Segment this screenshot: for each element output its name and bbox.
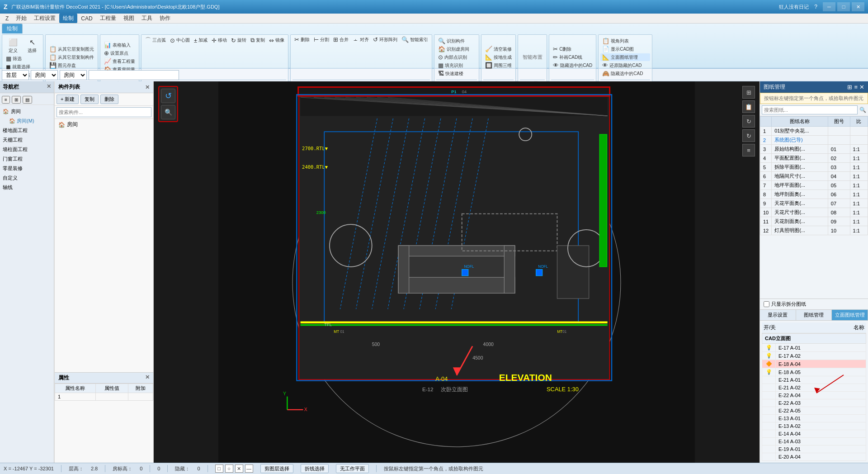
elevation-row[interactable]: E-19 A-01 (762, 446, 866, 453)
elevation-row[interactable]: E-21 A-01 (762, 376, 866, 384)
drawing-row[interactable]: 101别墅中央花... (760, 127, 868, 136)
menu-tools[interactable]: 工具 (138, 14, 156, 23)
tab-display-settings[interactable]: 显示设置 (760, 310, 796, 320)
btn-c-delete[interactable]: ✂C删除 (551, 45, 594, 53)
floor-selector[interactable]: 首层 (2, 70, 29, 80)
canvas-area[interactable]: ↺ 🔍 ⊞ 📋 ↻ ↻ ≡ (154, 81, 760, 463)
btn-align[interactable]: ⫠对齐 (351, 36, 371, 43)
btn-hide-in-cad[interactable]: 🙈隐藏选中的CAD (600, 70, 650, 77)
elevation-row[interactable]: E-20 A-04 (762, 453, 866, 461)
btn-smart-index[interactable]: 🔍智能索引 (400, 36, 430, 43)
btn-select[interactable]: ↖ 选择 (23, 36, 41, 55)
btn-view-qty[interactable]: 📈查看工程量 (102, 57, 137, 65)
status-rect-btn[interactable]: □ (215, 465, 223, 473)
btn-just-select[interactable]: ◼就最选择 (4, 63, 41, 71)
drawing-row[interactable]: 4平面配置图(...021:1 (760, 154, 868, 163)
btn-table-input[interactable]: 📊表格输入 (102, 41, 137, 49)
menu-draw[interactable]: 绘制 (59, 14, 77, 23)
canvas-tool-4[interactable]: ↻ (742, 129, 755, 142)
nav-item-ceiling[interactable]: 天棚工程 (0, 135, 54, 145)
btn-3d-surround[interactable]: 🔲周围三维 (483, 62, 514, 69)
btn-gen-by-floor[interactable]: 📐按地生成 (483, 53, 514, 61)
menu-zh[interactable]: Z (2, 14, 12, 23)
btn-define[interactable]: ⬜ 定义 (4, 36, 22, 55)
comp-new-btn[interactable]: + 新建 (57, 95, 79, 104)
comp-item-room[interactable]: 🏠 房间 (55, 119, 153, 130)
nav-subitem-room-m[interactable]: 🏠 房间(M) (0, 116, 54, 126)
elevation-row[interactable]: 💡 E-17 A-02 (762, 352, 866, 360)
btn-center-circle[interactable]: ⊙中心圆 (168, 36, 192, 45)
snap-layer-btn[interactable]: 剪图层选择 (260, 464, 293, 473)
status-circle-btn[interactable]: ○ (225, 465, 233, 473)
canvas-tool-3[interactable]: ↻ (742, 115, 755, 128)
btn-quick-build[interactable]: 🏗快速建楼 (436, 70, 477, 77)
drawing-row[interactable]: 7地坪平面图(...051:1 (760, 181, 868, 190)
nav-item-custom[interactable]: 自定义 (0, 173, 54, 183)
nav-item-wall[interactable]: 墙柱面工程 (0, 145, 54, 154)
btn-delete[interactable]: ✂删除 (292, 36, 311, 43)
btn-copy-component[interactable]: 📋从其它层复制构件 (47, 53, 96, 61)
btn-view-angle-list[interactable]: 📋视角列表 (600, 37, 650, 45)
btn-three-point-arc[interactable]: ⌒三点弧 (143, 36, 168, 45)
btn-restore-hidden-cad[interactable]: 👁还原隐藏的CAD (600, 62, 650, 69)
undo-tool-btn[interactable]: ↺ (161, 89, 175, 103)
work-plane-btn[interactable]: 无工作平面 (336, 464, 369, 473)
btn-set-origin[interactable]: ⊕设置原点 (102, 49, 137, 57)
btn-fill-identify[interactable]: ▦填充识别 (436, 62, 477, 69)
status-line-btn[interactable]: — (245, 465, 253, 473)
minimize-button[interactable]: ─ (823, 2, 835, 11)
btn-elevation-mgmt[interactable]: 📐立面图纸管理 (600, 53, 650, 61)
elevation-row[interactable]: E-14 A-04 (762, 430, 866, 438)
elevation-row[interactable]: E-13 A-02 (762, 422, 866, 430)
drawing-search-input[interactable] (762, 105, 858, 114)
nav-item-misc[interactable]: 零星装修 (0, 164, 54, 173)
comp-close-btn[interactable]: ✕ (145, 84, 150, 90)
prop-close-btn[interactable]: ✕ (145, 374, 150, 382)
btn-identify-component[interactable]: 🔍识别构件 (436, 37, 477, 45)
btn-save-element[interactable]: 💾图元存盘 (47, 62, 96, 69)
zoom-tool-btn[interactable]: 🔍 (161, 105, 175, 119)
maximize-button[interactable]: □ (837, 2, 850, 11)
only-split-checkbox[interactable] (764, 301, 769, 307)
elevation-row[interactable]: E-14 A-03 (762, 438, 866, 446)
menu-project-settings[interactable]: 工程设置 (30, 14, 59, 23)
btn-merge[interactable]: ⊞合并 (331, 36, 350, 43)
nav-view-btn1[interactable]: ≡ (2, 96, 10, 104)
btn-copy-from-layer[interactable]: 📋从其它层复制图元 (47, 45, 96, 53)
btn-identify-room[interactable]: 🏠识别虚房间 (436, 45, 477, 53)
drawing-row[interactable]: 3原始结构图(...011:1 (760, 145, 868, 154)
menu-quantities[interactable]: 工程量 (96, 14, 120, 23)
nav-item-floor[interactable]: 楼地面工程 (0, 126, 54, 135)
drawing-mgr-icon2[interactable]: ≡ (854, 84, 858, 90)
drawing-row[interactable]: 5拆除平面图(...031:1 (760, 163, 868, 172)
status-x-btn[interactable]: ✕ (235, 465, 243, 473)
elevation-row[interactable]: 💡 E-17 A-01 (762, 344, 866, 352)
btn-move[interactable]: ✛移动 (210, 36, 229, 45)
btn-mirror[interactable]: ⇔镜像 (267, 36, 286, 45)
tab-drawing-mgmt[interactable]: 图纸管理 (796, 310, 832, 320)
btn-filter[interactable]: ▦筛选 (4, 55, 41, 62)
menu-start[interactable]: 开始 (12, 14, 30, 23)
comp-delete-btn[interactable]: 删除 (100, 95, 118, 104)
canvas-tool-5[interactable]: ≡ (742, 144, 755, 156)
btn-inner-point[interactable]: ⊙内部点识别 (436, 53, 477, 61)
elevation-row[interactable]: E-21 A-02 (762, 384, 866, 392)
close-button[interactable]: ✕ (852, 2, 864, 11)
drawing-mgr-icon1[interactable]: ⊞ (847, 84, 852, 90)
elevation-row-selected[interactable]: 🔶 E-18 A-04 (762, 360, 866, 368)
canvas-tool-1[interactable]: ⊞ (742, 86, 755, 99)
btn-show-cad[interactable]: 📄显示CAD图 (600, 45, 650, 53)
menu-collab[interactable]: 协作 (156, 14, 174, 23)
btn-draw-cad-line[interactable]: ✏补画CAD线 (551, 53, 594, 61)
btn-add-sub[interactable]: ±加减 (192, 36, 209, 45)
canvas-tool-2[interactable]: 📋 (742, 100, 755, 113)
drawing-row[interactable]: 8地坪剖面奥(...061:1 (760, 190, 868, 199)
nav-close-btn[interactable]: ✕ (47, 83, 51, 91)
btn-split[interactable]: ⊢分割 (312, 36, 331, 43)
nav-view-btn3[interactable]: ▤ (23, 96, 32, 104)
elevation-row[interactable]: E-13 A-01 (762, 415, 866, 422)
drawing-row[interactable]: 10天花尺寸图(...081:1 (760, 208, 868, 217)
type1-selector[interactable]: 房间 (31, 70, 58, 80)
comp-copy-btn[interactable]: 复制 (80, 95, 99, 104)
btn-rotate[interactable]: ↻旋转 (229, 36, 248, 45)
